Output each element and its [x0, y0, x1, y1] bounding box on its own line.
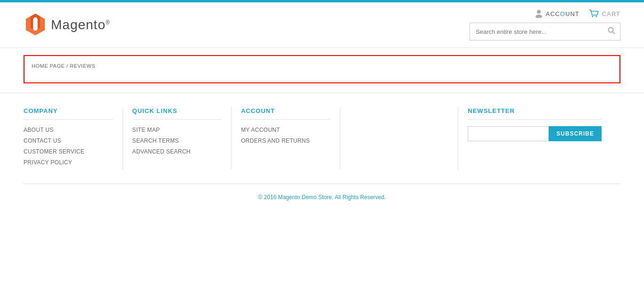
newsletter-form: SUBSCRIBE	[468, 126, 602, 141]
svg-point-5	[536, 15, 542, 18]
about-us-link[interactable]: ABOUT US	[24, 127, 54, 133]
footer-company-links: ABOUT US CONTACT US CUSTOMER SERVICE PRI…	[24, 126, 113, 166]
cart-link[interactable]: CART	[589, 9, 620, 18]
my-account-link[interactable]: MY ACCOUNT	[241, 127, 280, 133]
list-item: SEARCH TERMS	[132, 137, 222, 144]
footer-spacer-col	[350, 107, 449, 169]
list-item: MY ACCOUNT	[241, 126, 330, 133]
cart-label: CART	[602, 10, 620, 17]
list-item: CONTACT US	[24, 137, 113, 144]
main-content: HOME PAGE / REVIEWS	[0, 55, 644, 83]
search-bar	[470, 23, 620, 40]
breadcrumb: HOME PAGE / REVIEWS	[32, 63, 612, 69]
orders-returns-link[interactable]: ORDERS AND RETURNS	[241, 137, 310, 144]
list-item: PRIVACY POLICY	[24, 159, 113, 166]
copyright-text: © 2016 Magento Demo Store. All Rights Re…	[258, 194, 386, 201]
search-terms-link[interactable]: SEARCH TERMS	[132, 137, 179, 144]
logo-area[interactable]: Magento®	[24, 13, 110, 38]
list-item: ORDERS AND RETURNS	[241, 137, 330, 144]
footer-company-title: COMPANY	[24, 107, 113, 120]
header-right: ACCOUNT CART	[470, 9, 620, 40]
advanced-search-link[interactable]: ADVANCED SEARCH	[132, 148, 191, 155]
breadcrumb-box: HOME PAGE / REVIEWS	[24, 55, 620, 83]
footer-company-col: COMPANY ABOUT US CONTACT US CUSTOMER SER…	[24, 107, 123, 169]
cart-icon	[589, 9, 599, 18]
breadcrumb-home[interactable]: HOME PAGE	[32, 63, 65, 69]
logo-text: Magento®	[51, 17, 110, 32]
list-item: CUSTOMER SERVICE	[24, 148, 113, 155]
privacy-policy-link[interactable]: PRIVACY POLICY	[24, 159, 72, 166]
footer-quicklinks-title: QUICK LINKS	[132, 107, 222, 120]
account-icon	[535, 9, 543, 18]
footer-account-col: ACCOUNT MY ACCOUNT ORDERS AND RETURNS	[241, 107, 340, 169]
list-item: ADVANCED SEARCH	[132, 148, 222, 155]
newsletter-email-input[interactable]	[468, 126, 549, 141]
footer-quicklinks-col: QUICK LINKS SITE MAP SEARCH TERMS ADVANC…	[132, 107, 232, 169]
svg-point-4	[537, 10, 541, 14]
footer-account-list: MY ACCOUNT ORDERS AND RETURNS	[241, 126, 330, 144]
customer-service-link[interactable]: CUSTOMER SERVICE	[24, 148, 84, 155]
sitemap-link[interactable]: SITE MAP	[132, 127, 160, 133]
footer-bottom: © 2016 Magento Demo Store. All Rights Re…	[24, 184, 620, 201]
header: Magento® ACCOUNT	[0, 2, 644, 48]
account-link[interactable]: ACCOUNT	[535, 9, 579, 18]
svg-point-6	[592, 16, 593, 17]
footer-account-title: ACCOUNT	[241, 107, 330, 120]
footer-columns: COMPANY ABOUT US CONTACT US CUSTOMER SER…	[24, 107, 620, 169]
svg-point-7	[595, 16, 597, 17]
footer: COMPANY ABOUT US CONTACT US CUSTOMER SER…	[0, 93, 644, 210]
search-icon	[608, 27, 615, 34]
svg-rect-3	[34, 17, 37, 31]
footer-newsletter-title: NEWSLETTER	[468, 107, 602, 120]
svg-line-9	[613, 32, 615, 34]
list-item: ABOUT US	[24, 126, 113, 133]
list-item: SITE MAP	[132, 126, 222, 133]
header-actions: ACCOUNT CART	[535, 9, 620, 18]
svg-point-8	[609, 28, 613, 32]
footer-quicklinks-list: SITE MAP SEARCH TERMS ADVANCED SEARCH	[132, 126, 222, 155]
breadcrumb-separator: /	[66, 63, 70, 69]
contact-us-link[interactable]: CONTACT US	[24, 137, 61, 144]
magento-logo-icon	[24, 13, 47, 38]
search-input[interactable]	[470, 24, 603, 39]
account-label: ACCOUNT	[546, 10, 579, 17]
search-button[interactable]	[603, 23, 620, 40]
subscribe-button[interactable]: SUBSCRIBE	[549, 126, 602, 141]
footer-newsletter-col: NEWSLETTER SUBSCRIBE	[458, 107, 611, 169]
breadcrumb-current: REVIEWS	[70, 63, 95, 69]
